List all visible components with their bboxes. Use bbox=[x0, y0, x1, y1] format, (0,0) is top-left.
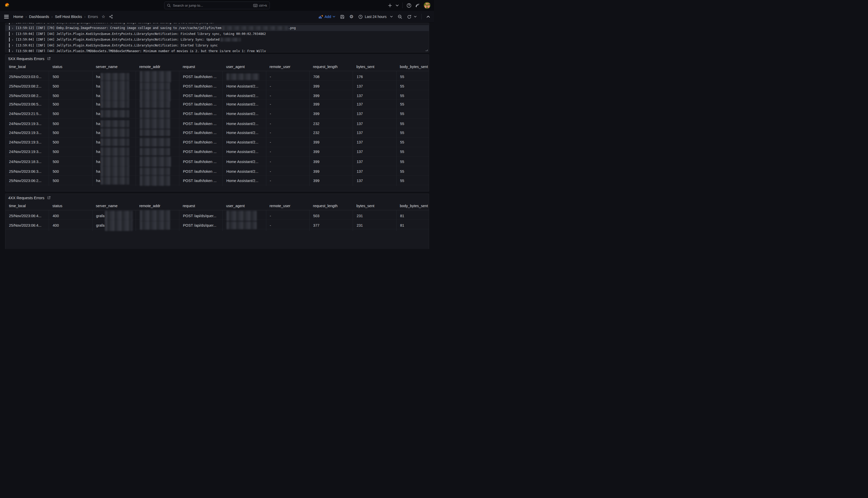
log-expand-chevron-icon[interactable]: › bbox=[12, 50, 13, 52]
log-message: [13:59:01] [INF] [44] Jellyfin.Plugin.Ko… bbox=[16, 44, 218, 47]
column-header[interactable]: request bbox=[179, 65, 222, 69]
column-header[interactable]: request bbox=[179, 204, 222, 208]
new-menu-chevron-icon[interactable] bbox=[396, 5, 398, 6]
clock-icon bbox=[358, 15, 363, 19]
column-header[interactable]: remote_addr bbox=[136, 204, 179, 208]
table-cell: Home Assistant/2... bbox=[222, 157, 266, 167]
column-header[interactable]: status bbox=[49, 204, 92, 208]
breadcrumb-item[interactable]: Dashboards bbox=[29, 15, 49, 19]
log-level-bar bbox=[9, 38, 10, 42]
hamburger-menu-icon[interactable] bbox=[4, 15, 9, 18]
collapse-toolbar-caret-icon[interactable] bbox=[426, 16, 430, 18]
table-cell: 137 bbox=[353, 119, 396, 129]
column-header[interactable]: bytes_sent bbox=[353, 65, 396, 69]
news-rss-icon[interactable] bbox=[415, 3, 420, 8]
logs-panel: ›[13:59:12] [INF] [70] Emby.Drawing.Imag… bbox=[5, 23, 429, 52]
favorite-star-icon[interactable]: ☆ bbox=[101, 15, 105, 19]
search-bar[interactable]: ctrl+k bbox=[164, 2, 270, 9]
log-line[interactable]: ›[13:59:12] [INF] [70] Emby.Drawing.Imag… bbox=[5, 25, 429, 31]
redacted-cell-value bbox=[140, 138, 170, 147]
column-header[interactable]: body_bytes_sent bbox=[396, 204, 429, 208]
column-header[interactable]: user_agent bbox=[222, 204, 266, 208]
refresh-icon[interactable] bbox=[407, 15, 411, 19]
save-dashboard-icon[interactable] bbox=[340, 15, 344, 19]
table-cell: 399 bbox=[309, 100, 353, 109]
column-header[interactable]: server_name bbox=[92, 204, 136, 208]
new-plus-button[interactable] bbox=[388, 4, 392, 8]
table-cell: 137 bbox=[353, 137, 396, 147]
log-expand-chevron-icon[interactable]: › bbox=[12, 38, 13, 41]
column-header[interactable]: bytes_sent bbox=[353, 204, 396, 208]
table-cell: 399 bbox=[309, 147, 353, 156]
table-cell: POST /auth/token ... bbox=[179, 147, 222, 156]
help-icon[interactable] bbox=[407, 3, 411, 8]
table-cell: 24/Nov/2023:19:3... bbox=[5, 147, 49, 156]
table-cell: - bbox=[266, 166, 309, 177]
zoom-out-time-icon[interactable] bbox=[397, 14, 402, 19]
share-icon[interactable] bbox=[109, 15, 113, 19]
redacted-cell-value bbox=[100, 100, 129, 108]
table-cell bbox=[136, 157, 179, 167]
log-line[interactable]: ›[13:59:04] [INF] [44] Jellyfin.Plugin.K… bbox=[5, 31, 429, 37]
add-panel-button[interactable]: Add bbox=[318, 15, 335, 19]
table-cell: 500 bbox=[49, 166, 92, 177]
table-cell: 377 bbox=[309, 220, 353, 231]
table-cell: 55 bbox=[396, 109, 429, 118]
column-header[interactable]: remote_user bbox=[266, 65, 309, 69]
dashboard-settings-gear-icon[interactable]: ⚙ bbox=[349, 14, 353, 19]
log-expand-chevron-icon[interactable]: › bbox=[12, 26, 13, 30]
table-cell: 500 bbox=[49, 157, 92, 167]
time-range-label: Last 24 hours bbox=[365, 15, 386, 19]
table-cell: - bbox=[266, 137, 309, 147]
table-cell: - bbox=[266, 175, 309, 186]
breadcrumb-item[interactable]: Errors bbox=[88, 15, 98, 19]
external-link-icon[interactable] bbox=[47, 57, 51, 60]
dashboard-toolbar: Home›Dashboards›Self Host Blocks›Errors … bbox=[0, 11, 434, 23]
breadcrumb-item[interactable]: Self Host Blocks bbox=[55, 15, 82, 19]
log-expand-chevron-icon[interactable]: › bbox=[12, 44, 13, 47]
column-header[interactable]: status bbox=[49, 65, 92, 69]
table-cell bbox=[222, 220, 266, 231]
table-cell bbox=[136, 220, 179, 231]
column-header[interactable]: request_length bbox=[309, 65, 353, 69]
table-header-row: time_localstatusserver_nameremote_addrre… bbox=[5, 201, 429, 210]
table-cell: POST /auth/token ... bbox=[179, 119, 222, 129]
table-cell: 25/Nov/2023:06:3... bbox=[5, 166, 49, 177]
redacted-cell-value bbox=[100, 139, 129, 146]
column-header[interactable]: body_bytes_sent bbox=[396, 65, 429, 69]
column-header[interactable]: user_agent bbox=[222, 65, 266, 69]
breadcrumb-item[interactable]: Home bbox=[13, 15, 23, 19]
panel-resize-handle[interactable] bbox=[425, 49, 428, 51]
log-line[interactable]: ›[13:59:01] [INF] [44] Jellyfin.Plugin.K… bbox=[5, 43, 429, 49]
log-line[interactable]: ›[13:59:00] [INF] [44] Jellyfin.Plugin.T… bbox=[5, 48, 429, 52]
redacted-cell-value bbox=[100, 110, 129, 118]
table-cell: Home Assistant/2... bbox=[222, 119, 266, 129]
table-row: 24/Nov/2023:19:3...500haPOST /auth/token… bbox=[5, 128, 429, 137]
external-link-icon[interactable] bbox=[47, 196, 51, 199]
log-expand-chevron-icon[interactable]: › bbox=[12, 32, 13, 36]
top-bar: ctrl+k bbox=[0, 0, 434, 11]
column-header[interactable]: remote_addr bbox=[136, 65, 179, 69]
table-row: 24/Nov/2023:18:3...500haPOST /auth/token… bbox=[5, 157, 429, 166]
log-line[interactable]: ›[13:59:04] [INF] [44] Jellyfin.Plugin.K… bbox=[5, 37, 429, 43]
grafana-logo[interactable] bbox=[4, 2, 10, 9]
table-row: 25/Nov/2023:06:3...500haPOST /auth/token… bbox=[5, 166, 429, 175]
search-input[interactable] bbox=[173, 4, 251, 8]
refresh-interval-chevron-icon[interactable] bbox=[414, 16, 417, 17]
table-cell: ha bbox=[92, 100, 136, 109]
table-row: 24/Nov/2023:19:3...500haPOST /auth/token… bbox=[5, 137, 429, 147]
column-header[interactable]: request_length bbox=[309, 204, 353, 208]
column-header[interactable]: time_local bbox=[5, 65, 49, 69]
column-header[interactable]: time_local bbox=[5, 204, 49, 208]
table-cell: ha bbox=[92, 175, 136, 186]
column-header[interactable]: server_name bbox=[92, 65, 136, 69]
table-cell: 24/Nov/2023:21:5... bbox=[5, 109, 49, 118]
column-header[interactable]: remote_user bbox=[266, 204, 309, 208]
user-avatar[interactable] bbox=[424, 2, 430, 9]
table-cell: POST /auth/token ... bbox=[179, 128, 222, 137]
table-header-row: time_localstatusserver_nameremote_addrre… bbox=[5, 62, 429, 71]
table-cell: - bbox=[266, 109, 309, 118]
table-cell: 24/Nov/2023:19:3... bbox=[5, 119, 49, 129]
redacted-cell-value bbox=[140, 221, 170, 230]
time-range-picker[interactable]: Last 24 hours bbox=[358, 15, 393, 19]
